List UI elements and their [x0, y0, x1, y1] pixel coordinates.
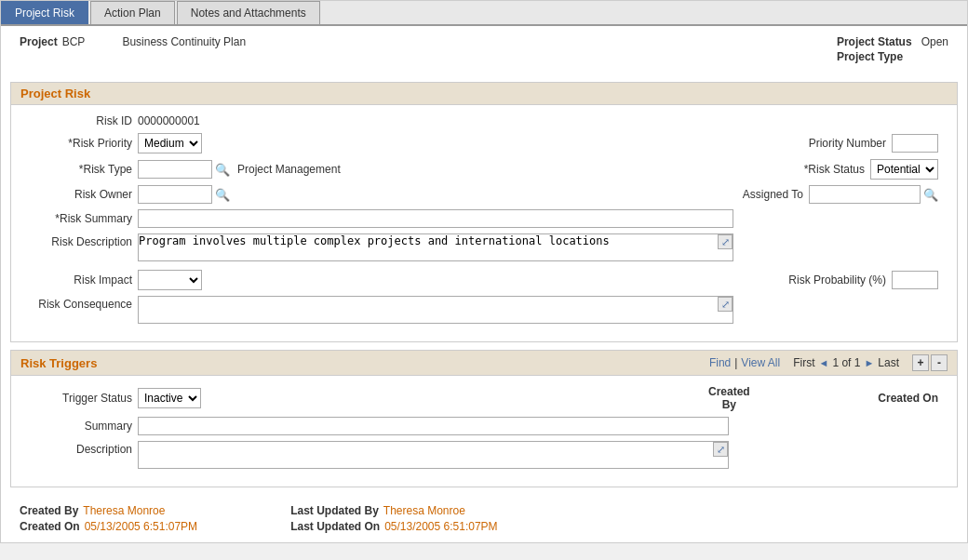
project-risk-title: Project Risk: [11, 83, 957, 105]
trigger-description-expand-icon[interactable]: ⤢: [713, 442, 728, 457]
footer-left: Created By Theresa Monroe Created On 05/…: [20, 504, 197, 533]
assigned-to-search-icon[interactable]: 🔍: [923, 187, 938, 202]
trigger-description-textarea[interactable]: [138, 441, 729, 469]
triggers-nav: Find | View All First ◄ 1 of 1 ► Last + …: [709, 354, 948, 371]
nav-page-text: 1 of 1: [832, 356, 860, 369]
footer-info: Created By Theresa Monroe Created On 05/…: [1, 495, 967, 542]
risk-status-label: *Risk Status: [753, 163, 865, 176]
trigger-description-container: ⤢: [138, 441, 729, 472]
risk-probability-label: Risk Probability (%): [737, 273, 886, 287]
add-del-buttons: + -: [912, 354, 948, 371]
last-label: Last: [878, 356, 899, 369]
risk-id-value: 0000000001: [138, 114, 200, 127]
project-label: Project: [20, 35, 58, 48]
trigger-status-field: Inactive Active: [138, 388, 617, 408]
risk-status-select[interactable]: Potential Active Closed: [870, 159, 938, 180]
tab-action-plan[interactable]: Action Plan: [90, 1, 175, 24]
priority-number-input[interactable]: 1: [892, 134, 938, 153]
risk-consequence-expand-icon[interactable]: ⤢: [718, 297, 733, 312]
footer-last-updated-by-label: Last Updated By: [290, 504, 379, 517]
risk-consequence-textarea[interactable]: [138, 296, 733, 324]
risk-type-search-icon[interactable]: 🔍: [215, 162, 230, 177]
risk-impact-row: Risk Impact Low Medium High Risk Probabi…: [30, 270, 938, 290]
footer-right: Last Updated By Theresa Monroe Last Upda…: [290, 504, 497, 533]
prev-arrow[interactable]: ◄: [819, 357, 829, 368]
risk-summary-label: *Risk Summary: [30, 212, 132, 225]
created-on-row: Created On 05/13/2005 6:51:07PM: [20, 520, 197, 533]
first-label: First: [793, 356, 814, 369]
project-status-label: Project Status: [837, 35, 912, 48]
footer-last-updated-by-value: Theresa Monroe: [383, 504, 465, 517]
project-status-row: Project Status Open: [837, 35, 948, 48]
project-risk-panel: Project Risk Risk ID 0000000001 *Risk Pr…: [10, 82, 958, 342]
risk-type-label: *Risk Type: [30, 163, 132, 176]
risk-priority-field: Medium Low High: [138, 133, 756, 153]
project-type-label: Project Type: [837, 50, 903, 63]
risk-description-container: Program involves multiple complex projec…: [138, 233, 733, 264]
risk-type-input[interactable]: PROJMGT: [138, 160, 212, 179]
risk-summary-input[interactable]: Complexity in Program Mgt: [138, 209, 733, 228]
footer-created-on-value: 05/13/2005 6:51:07PM: [85, 520, 197, 533]
created-by-label: CreatedBy: [692, 385, 766, 411]
footer-last-updated-on-label: Last Updated On: [290, 520, 380, 533]
risk-type-description: Project Management: [237, 163, 341, 176]
page-container: Project Risk Action Plan Notes and Attac…: [0, 0, 968, 543]
risk-type-field: PROJMGT 🔍 Project Management: [138, 160, 753, 179]
assigned-to-input[interactable]: [809, 185, 921, 204]
trigger-summary-row: Summary: [30, 417, 938, 435]
risk-id-label: Risk ID: [30, 114, 132, 127]
footer-last-updated-on-value: 05/13/2005 6:51:07PM: [384, 520, 497, 533]
risk-summary-row: *Risk Summary Complexity in Program Mgt: [30, 209, 938, 228]
tabs-bar: Project Risk Action Plan Notes and Attac…: [1, 1, 967, 26]
footer-created-by-value: Theresa Monroe: [83, 504, 165, 517]
business-field: Business Continuity Plan: [122, 35, 246, 48]
assigned-to-label: Assigned To: [692, 188, 803, 201]
risk-description-row: Risk Description Program involves multip…: [30, 233, 938, 264]
risk-priority-label: *Risk Priority: [30, 137, 132, 150]
triggers-content: Trigger Status Inactive Active CreatedBy…: [11, 376, 957, 487]
risk-probability-input[interactable]: [892, 271, 938, 289]
risk-impact-field: Low Medium High: [138, 270, 737, 290]
risk-priority-select[interactable]: Medium Low High: [138, 133, 202, 153]
project-field: Project BCP: [20, 35, 85, 48]
created-on-label: Created On: [878, 392, 938, 405]
tab-project-risk[interactable]: Project Risk: [1, 1, 88, 24]
next-arrow[interactable]: ►: [864, 357, 874, 368]
risk-owner-field: 🔍: [138, 185, 692, 204]
trigger-description-row: Description ⤢: [30, 441, 938, 472]
project-status-value: Open: [921, 35, 948, 48]
risk-owner-label: Risk Owner: [30, 188, 132, 201]
risk-priority-row: *Risk Priority Medium Low High Priority …: [30, 133, 938, 153]
risk-description-textarea[interactable]: Program involves multiple complex projec…: [138, 233, 733, 261]
risk-description-expand-icon[interactable]: ⤢: [718, 234, 733, 249]
risk-consequence-container: ⤢: [138, 296, 733, 327]
project-type-row: Project Type: [837, 50, 912, 63]
last-updated-on-row: Last Updated On 05/13/2005 6:51:07PM: [290, 520, 497, 533]
add-trigger-button[interactable]: +: [912, 354, 929, 371]
risk-owner-input[interactable]: [138, 185, 212, 204]
view-all-link[interactable]: View All: [741, 356, 780, 369]
header-info: Project BCP Business Continuity Plan Pro…: [1, 26, 967, 74]
nav-separator: |: [734, 356, 737, 369]
priority-number-label: Priority Number: [756, 137, 886, 150]
trigger-status-select[interactable]: Inactive Active: [138, 388, 201, 408]
trigger-summary-input[interactable]: [138, 417, 729, 435]
risk-consequence-row: Risk Consequence ⤢: [30, 296, 938, 327]
risk-impact-label: Risk Impact: [30, 273, 132, 287]
tab-notes-attachments[interactable]: Notes and Attachments: [177, 1, 320, 24]
risk-owner-search-icon[interactable]: 🔍: [215, 187, 230, 202]
find-link[interactable]: Find: [709, 356, 731, 369]
delete-trigger-button[interactable]: -: [931, 354, 948, 371]
risk-impact-select[interactable]: Low Medium High: [138, 270, 202, 290]
trigger-status-label: Trigger Status: [30, 392, 132, 405]
triggers-title: Risk Triggers: [20, 356, 97, 370]
business-value: Business Continuity Plan: [122, 35, 246, 48]
triggers-header: Risk Triggers Find | View All First ◄ 1 …: [11, 351, 957, 376]
risk-owner-row: Risk Owner 🔍 Assigned To 🔍: [30, 185, 938, 204]
risk-description-label: Risk Description: [30, 233, 132, 248]
trigger-status-row: Trigger Status Inactive Active CreatedBy…: [30, 385, 938, 411]
project-risk-content: Risk ID 0000000001 *Risk Priority Medium…: [11, 105, 957, 341]
footer-created-by-label: Created By: [20, 504, 78, 517]
risk-type-row: *Risk Type PROJMGT 🔍 Project Management …: [30, 159, 938, 180]
header-right: Project Status Open Project Type: [837, 35, 948, 65]
